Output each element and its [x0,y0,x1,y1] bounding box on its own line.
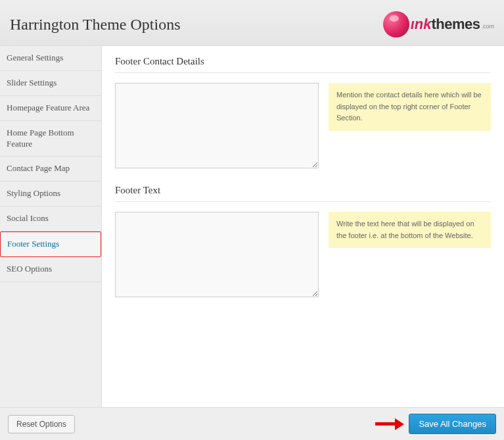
logo-orb-icon [383,11,409,37]
logo-themes: themes [431,16,480,33]
arrow-icon [375,418,405,431]
page-title: Harrington Theme Options [10,16,181,34]
footer-bar: Reset Options Save All Changes [0,407,504,440]
section-row: Mention the contact details here which w… [115,83,491,168]
save-all-changes-button[interactable]: Save All Changes [409,414,496,434]
footer-contact-details-textarea[interactable] [115,83,319,168]
sidebar-item-footer-settings[interactable]: Footer Settings [0,232,101,257]
sidebar: General Settings Slider Settings Homepag… [0,46,102,407]
section-title: Footer Contact Details [115,56,491,73]
sidebar-item-social-icons[interactable]: Social Icons [0,207,101,232]
help-text: Write the text here that will be display… [329,212,491,248]
section-footer-contact-details: Footer Contact Details Mention the conta… [115,56,491,168]
arrow-head [395,418,404,430]
sidebar-item-seo-options[interactable]: SEO Options [0,257,101,282]
sidebar-item-styling-options[interactable]: Styling Options [0,182,101,207]
logo: ınk themes .com [383,11,494,37]
save-wrap: Save All Changes [375,414,496,434]
logo-ink: ınk [411,16,432,33]
sidebar-item-contact-page-map[interactable]: Contact Page Map [0,157,101,182]
sidebar-item-slider-settings[interactable]: Slider Settings [0,71,101,96]
section-footer-text: Footer Text Write the text here that wil… [115,185,491,297]
reset-options-button[interactable]: Reset Options [8,415,75,433]
logo-com: .com [481,23,494,30]
sidebar-item-homepage-feature-area[interactable]: Homepage Feature Area [0,96,101,121]
logo-text: ınk themes .com [411,16,494,33]
body-wrap: General Settings Slider Settings Homepag… [0,46,504,407]
section-title: Footer Text [115,185,491,202]
header: Harrington Theme Options ınk themes .com [0,0,504,46]
section-row: Write the text here that will be display… [115,212,491,297]
arrow-line [375,422,395,426]
main-content: Footer Contact Details Mention the conta… [102,46,504,407]
help-text: Mention the contact details here which w… [329,83,491,131]
sidebar-item-general-settings[interactable]: General Settings [0,46,101,71]
sidebar-item-home-page-bottom-feature[interactable]: Home Page Bottom Feature [0,121,101,157]
footer-text-textarea[interactable] [115,212,319,297]
